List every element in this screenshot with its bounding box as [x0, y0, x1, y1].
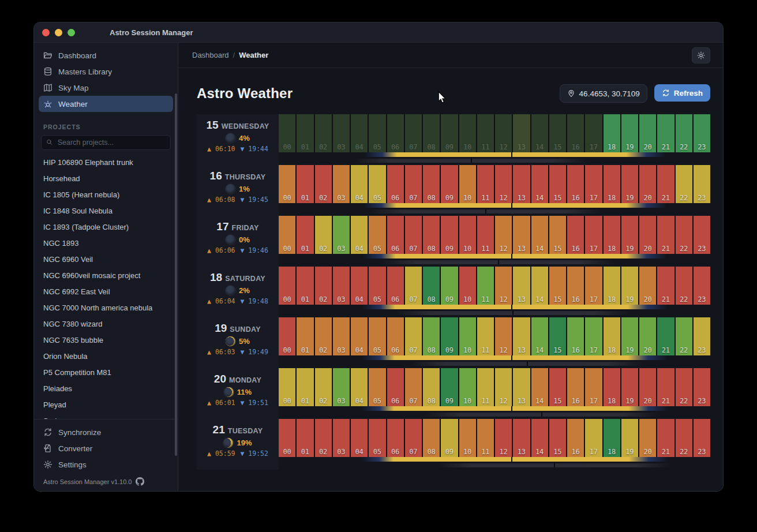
- hour-label: 11: [477, 397, 494, 405]
- hour-label: 15: [549, 194, 566, 202]
- project-item-ngc-6960-veil[interactable]: NGC 6960 Veil: [34, 252, 178, 268]
- hour-label: 19: [621, 397, 638, 405]
- hour-label: 06: [387, 143, 404, 151]
- hour-cell-17: 17: [585, 165, 603, 203]
- sidebar-item-settings[interactable]: Settings: [39, 456, 173, 473]
- hour-cell-11: 11: [477, 216, 495, 254]
- sidebar-item-weather[interactable]: Weather: [39, 96, 173, 112]
- hour-label: 09: [441, 194, 458, 202]
- hour-label: 01: [297, 295, 313, 304]
- sidebar-item-converter[interactable]: Converter: [39, 440, 173, 456]
- hour-label: 14: [531, 143, 548, 151]
- moon-transit-marker: [554, 463, 555, 467]
- hour-label: 03: [333, 245, 350, 253]
- project-item-pleyad[interactable]: Pleyad: [34, 397, 178, 413]
- hour-cell-17: 17: [585, 114, 603, 152]
- project-item-hip-106890-elephant-trunk[interactable]: HIP 106890 Elephant trunk: [34, 155, 178, 171]
- breadcrumb-separator: /: [233, 51, 235, 59]
- project-item-p5-competition-m81[interactable]: P5 Competition M81: [34, 365, 178, 381]
- hour-label: 23: [694, 448, 710, 456]
- hour-cell-12: 12: [495, 317, 513, 355]
- project-item-sadr[interactable]: Sadr: [34, 413, 178, 419]
- hour-label: 15: [549, 346, 566, 354]
- moon-illumination: 11%: [237, 388, 252, 396]
- hour-label: 16: [567, 143, 584, 151]
- project-item-ngc-7000-north-america-nebula[interactable]: NGC 7000 North america nebula: [34, 300, 178, 316]
- hour-cell-14: 14: [531, 114, 549, 152]
- hour-cell-15: 15: [549, 317, 567, 355]
- hour-label: 04: [351, 448, 368, 456]
- moon-illumination: 1%: [239, 185, 250, 193]
- breadcrumb-dashboard[interactable]: Dashboard: [192, 51, 229, 59]
- hour-cell-01: 01: [297, 317, 314, 355]
- project-item-ic-1848-soul-nebula[interactable]: IC 1848 Soul Nebula: [34, 203, 178, 219]
- sunrise-time: ▲ 06:04: [207, 297, 235, 305]
- project-item-pleiades[interactable]: Pleiades: [34, 381, 178, 397]
- hour-label: 19: [621, 346, 638, 354]
- hour-label: 22: [676, 295, 692, 304]
- hour-cell-23: 23: [694, 368, 710, 406]
- project-search[interactable]: [41, 135, 171, 150]
- hour-label: 05: [369, 346, 385, 354]
- maximize-button[interactable]: [68, 29, 75, 36]
- hour-cell-11: 11: [477, 165, 495, 203]
- project-item-ngc-6992-east-veil[interactable]: NGC 6992 East Veil: [34, 284, 178, 300]
- hour-label: 03: [333, 295, 350, 304]
- hour-label: 19: [621, 194, 638, 202]
- hour-cell-17: 17: [585, 216, 603, 254]
- minimize-button[interactable]: [55, 29, 62, 36]
- hour-label: 01: [297, 245, 313, 253]
- hour-label: 01: [297, 143, 313, 151]
- moon-visibility-band: [279, 311, 710, 315]
- hour-cell-01: 01: [297, 368, 314, 406]
- close-button[interactable]: [42, 29, 50, 36]
- hour-cell-21: 21: [657, 114, 675, 152]
- hour-label: 14: [531, 448, 548, 456]
- hour-cell-18: 18: [604, 368, 621, 406]
- hour-cell-19: 19: [621, 165, 639, 203]
- hour-label: 07: [405, 295, 422, 304]
- project-item-ngc-7380-wizard[interactable]: NGC 7380 wizard: [34, 316, 178, 332]
- sidebar-item-sky-map[interactable]: Sky Map: [39, 80, 173, 96]
- sidebar-item-label: Converter: [58, 444, 92, 453]
- hour-label: 01: [297, 397, 313, 405]
- hour-cell-17: 17: [585, 419, 603, 457]
- theme-toggle-button[interactable]: [692, 47, 710, 63]
- sunrise-time: ▲ 06:10: [207, 145, 235, 153]
- sidebar-item-dashboard[interactable]: Dashboard: [39, 47, 173, 63]
- sidebar-item-masters-library[interactable]: Masters Library: [39, 63, 173, 80]
- project-item-horsehead[interactable]: Horsehead: [34, 171, 178, 187]
- hour-label: 10: [459, 346, 476, 354]
- hour-label: 08: [423, 346, 440, 354]
- hour-label: 14: [531, 295, 548, 304]
- hour-cell-21: 21: [657, 216, 675, 254]
- project-item-orion-nebula[interactable]: Orion Nebula: [34, 349, 178, 365]
- weather-row-18: 18SATURDAY2%▲ 06:04▼ 19:4800010203040506…: [197, 267, 710, 317]
- sidebar-scrollbar[interactable]: [175, 93, 177, 456]
- project-item-ngc-7635-bubble[interactable]: NGC 7635 bubble: [34, 332, 178, 349]
- hour-label: 23: [694, 194, 710, 202]
- daylight-band: [279, 305, 710, 309]
- hour-label: 17: [585, 245, 602, 253]
- hour-label: 10: [459, 143, 476, 151]
- hour-cell-20: 20: [639, 165, 657, 203]
- page-content: Astro Weather 46.4653, 30.7109 Refresh 1…: [178, 68, 723, 492]
- refresh-button[interactable]: Refresh: [654, 84, 710, 102]
- hour-cell-14: 14: [531, 216, 549, 254]
- date-number: 16: [210, 170, 222, 182]
- project-item-ic-1805-heart-nebula[interactable]: IC 1805 (Heart nebula): [34, 187, 178, 203]
- hour-cells: 0001020304050607080910111213141516171819…: [279, 267, 710, 305]
- github-icon[interactable]: [136, 477, 144, 486]
- weekday-name: SUNDAY: [230, 325, 260, 334]
- hour-label: 13: [513, 194, 530, 202]
- hour-cell-12: 12: [495, 216, 513, 254]
- hour-label: 11: [477, 245, 494, 253]
- project-item-ngc-1893[interactable]: NGC 1893: [34, 235, 178, 252]
- project-item-ngc-6960veil-mosaic-project[interactable]: NGC 6960veil mosaic project: [34, 268, 178, 284]
- sidebar-item-synchronize[interactable]: Synchronize: [39, 424, 173, 440]
- hour-cell-17: 17: [585, 317, 603, 355]
- search-input[interactable]: [57, 138, 166, 147]
- project-item-ic-1893-tadpole-cluster[interactable]: IC 1893 (Tadpole Cluster): [34, 219, 178, 235]
- hour-label: 22: [676, 245, 692, 253]
- location-button[interactable]: 46.4653, 30.7109: [560, 84, 647, 103]
